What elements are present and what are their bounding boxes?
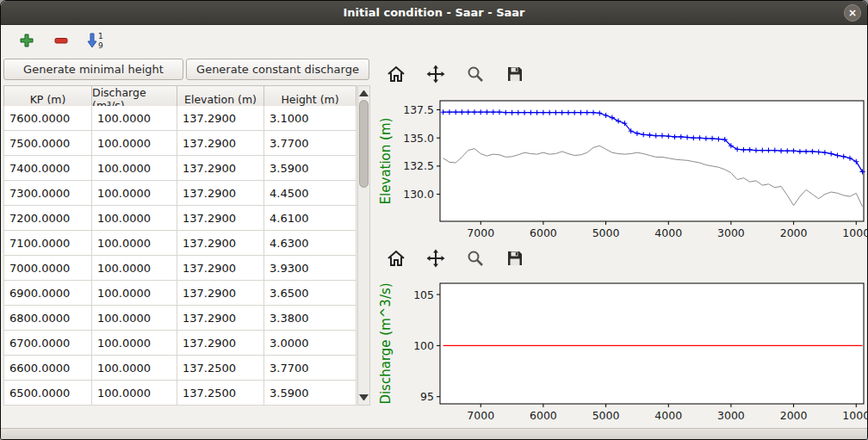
table-row: 6500.0000100.0000137.25003.5900 [3,381,356,406]
add-row-button[interactable] [15,28,39,53]
x-tick-label: 2000 [780,409,808,422]
close-button[interactable]: × [844,4,861,22]
x-tick-label: 1000 [842,409,868,422]
table-cell[interactable]: 100.0000 [92,331,177,356]
table-cell[interactable]: 137.2500 [177,356,264,381]
table-cell[interactable]: 4.4500 [264,181,356,206]
table-cell[interactable]: 100.0000 [92,181,177,206]
table-cell[interactable]: 100.0000 [92,106,177,131]
table-row: 7400.0000100.0000137.29003.5900 [3,156,356,181]
table-cell[interactable]: 3.5900 [264,156,356,181]
x-tick-label: 7000 [467,226,494,239]
table-cell[interactable]: 100.0000 [92,256,177,281]
table-cell[interactable]: 6700.0000 [3,331,92,356]
home-button[interactable] [385,63,407,85]
table-cell[interactable]: 3.5900 [264,381,356,406]
scroll-up-arrow-icon[interactable] [359,90,369,96]
table-cell[interactable]: 3.7700 [264,131,356,156]
x-tick-label: 2000 [780,226,808,239]
window-title: Initial condition - Saar - Saar [343,6,524,19]
table-cell[interactable]: 100.0000 [92,131,177,156]
title-bar[interactable]: Initial condition - Saar - Saar × [1,1,867,25]
table-cell[interactable]: 3.7700 [264,356,356,381]
table-cell[interactable]: 4.6100 [264,206,356,231]
table-cell[interactable]: 7000.0000 [3,256,92,281]
table-cell[interactable]: 137.2900 [177,306,264,331]
save-button[interactable] [504,63,526,85]
table-cell[interactable]: 137.2900 [177,131,264,156]
zoom-button[interactable] [464,63,487,85]
table-cell[interactable]: 7600.0000 [3,106,92,131]
sort-button[interactable]: 1 9 [84,28,108,53]
pan-button[interactable] [425,63,447,85]
x-tick-label: 5000 [592,409,620,422]
status-bar [1,428,867,440]
table-cell[interactable]: 100.0000 [92,306,177,331]
x-tick-label: 6000 [530,409,557,422]
save-button[interactable] [504,247,526,270]
table-cell[interactable]: 137.2900 [177,281,264,306]
discharge-chart[interactable]: 700060005000400030002000100010510095Disc… [376,273,868,430]
sort-ascending-icon: 1 9 [86,31,105,50]
table-row: 6800.0000100.0000137.29003.3800 [3,306,356,331]
table-cell[interactable]: 137.2900 [177,206,264,231]
table-scrollbar[interactable] [357,85,370,406]
scrollbar-thumb[interactable] [359,100,369,188]
table-cell[interactable]: 100.0000 [92,206,177,231]
zoom-button[interactable] [464,247,487,270]
elevation-chart[interactable]: 7000600050004000300020001000137.5135.013… [376,90,868,245]
table-row: 7100.0000100.0000137.29004.6300 [3,231,356,256]
x-tick-label: 7000 [467,409,494,422]
table-cell[interactable]: 3.1000 [264,106,356,131]
table-cell[interactable]: 6800.0000 [3,306,92,331]
table-cell[interactable]: 3.6500 [264,281,356,306]
y-tick-label: 100 [413,339,434,352]
y-axis-label: Elevation (m) [378,118,394,205]
table-cell[interactable]: 100.0000 [92,356,177,381]
table-cell[interactable]: 100.0000 [92,156,177,181]
table-cell[interactable]: 3.9300 [264,256,356,281]
home-icon [386,64,406,84]
pan-move-icon [425,64,446,84]
table-cell[interactable]: 7400.0000 [3,156,92,181]
table-cell[interactable]: 7200.0000 [3,206,92,231]
table-cell[interactable]: 7300.0000 [3,181,92,206]
initial-condition-window: Initial condition - Saar - Saar × 1 9 Ge… [0,0,868,440]
table-cell[interactable]: 3.0000 [264,331,356,356]
pan-button[interactable] [425,247,447,270]
table-cell[interactable]: 137.2900 [177,156,264,181]
table-cell[interactable]: 7100.0000 [3,231,92,256]
x-tick-label: 6000 [530,226,557,239]
table-header: KP (m)Discharge (m³/s)Elevation (m)Heigh… [3,85,356,106]
minus-icon [53,32,70,49]
table-cell[interactable]: 137.2500 [177,381,264,406]
y-axis-label: Discharge (m^3/s) [378,282,394,404]
table-cell[interactable]: 137.2900 [177,331,264,356]
home-button[interactable] [385,247,407,270]
scroll-down-arrow-icon[interactable] [359,394,369,400]
y-tick-label: 132.5 [403,159,434,172]
table-cell[interactable]: 3.3800 [264,306,356,331]
table-cell[interactable]: 137.2900 [177,231,264,256]
x-tick-label: 1000 [842,226,868,239]
table-cell[interactable]: 7500.0000 [3,131,92,156]
table-cell[interactable]: 6900.0000 [3,281,92,306]
generate-minimal-height-button[interactable]: Generate minimal height [3,59,183,80]
generate-constant-discharge-button[interactable]: Generate constant discharge [186,59,369,80]
table-cell[interactable]: 4.6300 [264,231,356,256]
table-cell[interactable]: 137.2900 [177,106,264,131]
table-cell[interactable]: 137.2900 [177,256,264,281]
table-cell[interactable]: 6500.0000 [3,381,92,406]
plus-icon [18,32,35,49]
table-cell[interactable]: 137.2900 [177,181,264,206]
table-cell[interactable]: 100.0000 [92,231,177,256]
remove-row-button[interactable] [49,28,73,53]
table-row: 7600.0000100.0000137.29003.1000 [3,106,356,131]
table-cell[interactable]: 100.0000 [92,281,177,306]
table-cell[interactable]: 100.0000 [92,381,177,406]
table-cell[interactable]: 6600.0000 [3,356,92,381]
y-tick-label: 95 [420,390,434,403]
table-body: 7600.0000100.0000137.29003.10007500.0000… [3,106,356,406]
sort-digit-top: 1 [98,32,103,40]
close-icon: × [848,8,857,18]
